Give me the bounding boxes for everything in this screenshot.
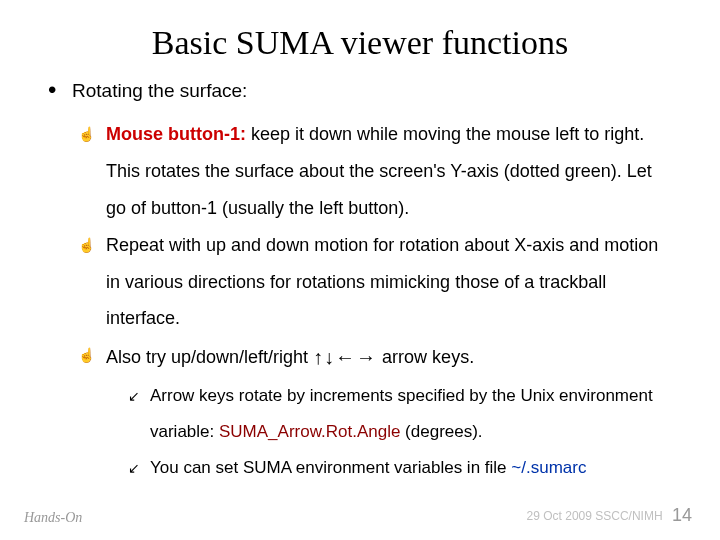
item3-pre: Also try up/down/left/right <box>106 347 313 367</box>
bullet-level-3: ↙ Arrow keys rotate by increments specif… <box>128 378 672 449</box>
mouse-button-1-label: Mouse button-1: <box>106 124 246 144</box>
env-var-name: SUMA_Arrow.Rot.Angle <box>219 422 400 441</box>
arrow-bullet-icon: ↙ <box>128 378 150 449</box>
bullet-level-3: ↙ You can set SUMA environment variables… <box>128 450 672 486</box>
hand-bullet-icon: ☝ <box>78 116 106 227</box>
bullet-level-2: ☝ Also try up/down/left/right ↑↓←→ arrow… <box>78 337 672 486</box>
subsub-a-post: (degrees). <box>400 422 482 441</box>
hand-bullet-icon: ☝ <box>78 227 106 338</box>
bullet-level-1: • Rotating the surface: <box>48 80 672 102</box>
arrow-bullet-icon: ↙ <box>128 450 150 486</box>
bullet-2-item-2: Repeat with up and down motion for rotat… <box>106 227 672 338</box>
bullet-2-item-1: Mouse button-1: keep it down while movin… <box>106 116 672 227</box>
bullet-level-2: ☝ Repeat with up and down motion for rot… <box>78 227 672 338</box>
slide-title: Basic SUMA viewer functions <box>48 24 672 62</box>
page-number: 14 <box>672 505 692 525</box>
bullet-3-item-b: You can set SUMA environment variables i… <box>150 450 586 486</box>
bullet-3-item-a: Arrow keys rotate by increments specifie… <box>150 378 672 449</box>
sumarc-file: ~/.sumarc <box>511 458 586 477</box>
bullet-dot: • <box>48 80 72 102</box>
arrow-keys-icon: ↑↓←→ <box>313 346 377 368</box>
bullet-2-item-3: Also try up/down/left/right ↑↓←→ arrow k… <box>106 337 672 486</box>
footer-date-org: 29 Oct 2009 SSCC/NIMH <box>527 509 663 523</box>
footer-left-label: Hands-On <box>24 510 82 526</box>
footer-right: 29 Oct 2009 SSCC/NIMH 14 <box>527 505 692 526</box>
bullet-1-text: Rotating the surface: <box>72 80 247 102</box>
item3-post: arrow keys. <box>377 347 474 367</box>
subsub-b-pre: You can set SUMA environment variables i… <box>150 458 511 477</box>
bullet-level-2: ☝ Mouse button-1: keep it down while mov… <box>78 116 672 227</box>
hand-bullet-icon: ☝ <box>78 337 106 486</box>
